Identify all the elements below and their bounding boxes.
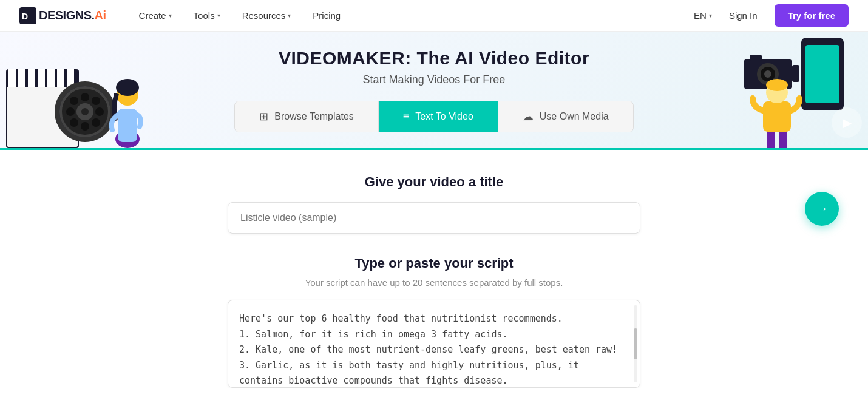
svg-point-11 bbox=[92, 97, 100, 105]
nav-item-pricing[interactable]: Pricing bbox=[304, 7, 349, 24]
hero-content: VIDEOMAKER: The AI Video Editor Start Ma… bbox=[234, 48, 633, 132]
cameraman-icon bbox=[750, 65, 804, 150]
logo-ai: Ai bbox=[95, 8, 106, 22]
video-title-input[interactable] bbox=[228, 202, 640, 234]
tab-text-to-video[interactable]: ≡ Text To Video bbox=[379, 101, 498, 132]
svg-rect-25 bbox=[763, 101, 791, 132]
arrow-right-icon: → bbox=[815, 201, 829, 217]
play-icon: ▶ bbox=[832, 107, 862, 138]
svg-point-27 bbox=[766, 79, 788, 91]
script-textarea[interactable]: Here's our top 6 healthy food that nutri… bbox=[228, 300, 640, 387]
navbar-right: EN ▾ Sign In Try for free bbox=[694, 4, 849, 27]
script-textarea-wrap: Here's our top 6 healthy food that nutri… bbox=[228, 300, 640, 388]
scrollbar-track bbox=[634, 305, 637, 382]
hero-title: VIDEOMAKER: The AI Video Editor bbox=[234, 48, 633, 69]
svg-rect-23 bbox=[767, 129, 775, 150]
hero-subtitle: Start Making Videos For Free bbox=[234, 73, 633, 86]
nav-item-resources[interactable]: Resources ▾ bbox=[234, 7, 300, 24]
script-hint: Your script can have up to 20 sentences … bbox=[228, 277, 640, 288]
nav-links: Create ▾ Tools ▾ Resources ▾ Pricing bbox=[131, 7, 694, 24]
script-label: Type or paste your script bbox=[228, 256, 640, 271]
svg-point-9 bbox=[70, 97, 78, 105]
chevron-down-icon: ▾ bbox=[217, 12, 220, 19]
language-selector[interactable]: EN ▾ bbox=[694, 10, 712, 21]
cloud-icon: ☁ bbox=[523, 110, 534, 123]
list-icon: ≡ bbox=[403, 110, 410, 123]
chevron-down-icon: ▾ bbox=[169, 12, 172, 19]
try-free-button[interactable]: Try for free bbox=[775, 4, 849, 27]
phone-device-icon bbox=[801, 38, 844, 110]
tab-use-own-media[interactable]: ☁ Use Own Media bbox=[498, 101, 633, 132]
nav-item-tools[interactable]: Tools ▾ bbox=[185, 7, 229, 24]
svg-rect-24 bbox=[779, 129, 787, 150]
svg-point-12 bbox=[70, 118, 78, 127]
video-title-label: Give your video a title bbox=[228, 174, 640, 190]
navbar: D DESIGNS.Ai Create ▾ Tools ▾ Resources … bbox=[0, 0, 868, 32]
logo[interactable]: D DESIGNS.Ai bbox=[19, 7, 106, 24]
svg-rect-14 bbox=[118, 109, 137, 142]
svg-point-5 bbox=[81, 93, 89, 101]
deco-right: ▶ bbox=[722, 32, 868, 150]
hero-tabs: ⊞ Browse Templates ≡ Text To Video ☁ Use… bbox=[234, 101, 633, 132]
chevron-down-icon: ▾ bbox=[709, 12, 712, 19]
svg-point-10 bbox=[92, 118, 100, 127]
character-left-icon bbox=[103, 51, 152, 148]
grid-icon: ⊞ bbox=[259, 110, 268, 123]
svg-point-4 bbox=[81, 108, 89, 115]
svg-point-6 bbox=[81, 122, 89, 131]
next-button[interactable]: → bbox=[805, 192, 839, 226]
svg-point-8 bbox=[95, 107, 104, 116]
main-content: Give your video a title Type or paste yo… bbox=[215, 150, 653, 388]
chevron-down-icon: ▾ bbox=[288, 12, 291, 19]
sign-in-button[interactable]: Sign In bbox=[722, 7, 765, 24]
logo-text: DESIGNS. bbox=[39, 8, 95, 22]
svg-point-7 bbox=[66, 107, 75, 116]
svg-text:D: D bbox=[22, 12, 28, 21]
tab-browse-templates[interactable]: ⊞ Browse Templates bbox=[235, 101, 378, 132]
svg-rect-22 bbox=[750, 55, 762, 61]
scrollbar-thumb[interactable] bbox=[634, 328, 637, 359]
hero-banner: ▶ VIDEOMAKER: The AI Video Editor Start … bbox=[0, 32, 868, 150]
nav-item-create[interactable]: Create ▾ bbox=[131, 7, 180, 24]
deco-left bbox=[0, 32, 158, 148]
svg-point-16 bbox=[116, 79, 139, 96]
